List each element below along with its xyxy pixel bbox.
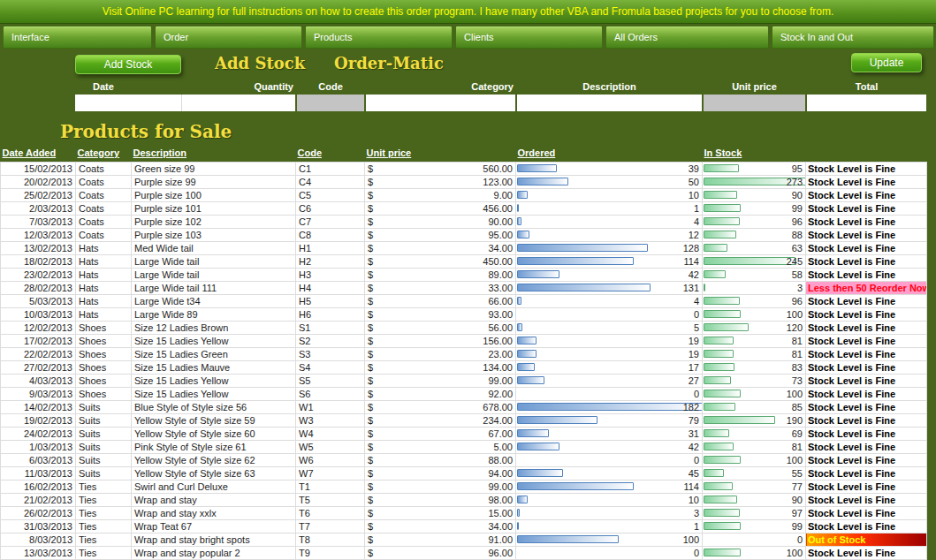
date-cell[interactable]: 27/02/2013 [1, 360, 76, 374]
status-cell[interactable]: Stock Level is Fine [806, 215, 927, 228]
unit-price-cell[interactable]: $678.00 [365, 400, 516, 413]
description-cell[interactable]: Wrap and stay xxlx [132, 506, 296, 519]
tab-stock-in-and-out[interactable]: Stock In and Out [772, 26, 934, 49]
category-cell[interactable]: Shoes [76, 387, 132, 400]
in-stock-cell[interactable]: 83 [703, 360, 806, 374]
description-cell[interactable]: Green size 99 [132, 162, 296, 175]
category-cell[interactable]: Shoes [76, 360, 132, 374]
status-cell[interactable]: Stock Level is Fine [806, 307, 927, 321]
date-cell[interactable]: 24/02/2013 [1, 427, 76, 440]
description-cell[interactable]: Purple size 99 [132, 175, 296, 188]
ordered-cell[interactable]: 19 [516, 347, 703, 360]
ordered-cell[interactable]: 0 [516, 307, 703, 321]
description-cell[interactable]: Large Wide tail [132, 254, 296, 268]
in-stock-cell[interactable]: 96 [703, 215, 806, 228]
category-cell[interactable]: Ties [76, 493, 132, 506]
code-cell[interactable]: H5 [296, 294, 365, 307]
unit-price-cell[interactable]: $34.00 [365, 241, 516, 254]
ordered-cell[interactable]: 0 [516, 546, 703, 559]
quantity-input[interactable] [181, 95, 295, 111]
ordered-cell[interactable]: 42 [516, 440, 703, 453]
description-cell[interactable]: Wrap Teat 67 [132, 519, 296, 533]
description-cell[interactable]: Purple size 101 [132, 201, 296, 215]
code-cell[interactable]: C1 [296, 162, 365, 175]
description-cell[interactable]: Size 12 Ladies Brown [132, 321, 296, 334]
in-stock-cell[interactable]: 3 [703, 281, 806, 294]
status-cell[interactable]: Stock Level is Fine [806, 162, 927, 175]
status-cell[interactable]: Stock Level is Fine [806, 321, 927, 334]
unit-price-cell[interactable]: $5.00 [365, 440, 516, 453]
ordered-cell[interactable]: 0 [516, 387, 703, 400]
unit-price-cell[interactable]: $56.00 [365, 321, 516, 334]
in-stock-cell[interactable]: 190 [703, 413, 806, 427]
ordered-cell[interactable]: 182 [516, 400, 703, 413]
in-stock-cell[interactable]: 100 [703, 546, 806, 559]
category-cell[interactable]: Coats [76, 175, 132, 188]
in-stock-cell[interactable]: 81 [703, 347, 806, 360]
code-cell[interactable]: C6 [296, 201, 365, 215]
category-cell[interactable]: Coats [76, 201, 132, 215]
ordered-cell[interactable]: 114 [516, 480, 703, 493]
description-cell[interactable]: Size 15 Ladies Yellow [132, 334, 296, 347]
category-cell[interactable]: Suits [76, 400, 132, 413]
date-cell[interactable]: 1/03/2013 [1, 440, 76, 453]
date-cell[interactable]: 22/02/2013 [1, 347, 76, 360]
code-cell[interactable]: H2 [296, 254, 365, 268]
in-stock-cell[interactable]: 100 [703, 307, 806, 321]
code-cell[interactable]: S1 [296, 321, 365, 334]
ordered-cell[interactable]: 114 [516, 254, 703, 268]
status-cell[interactable]: Stock Level is Fine [806, 440, 927, 453]
in-stock-cell[interactable]: 97 [703, 506, 806, 519]
category-cell[interactable]: Ties [76, 480, 132, 493]
in-stock-cell[interactable]: 69 [703, 427, 806, 440]
in-stock-cell[interactable]: 100 [703, 453, 806, 466]
code-cell[interactable]: W5 [296, 440, 365, 453]
ordered-cell[interactable]: 3 [516, 506, 703, 519]
description-cell[interactable]: Large Wide 89 [132, 307, 296, 321]
add-stock-button[interactable]: Add Stock [75, 55, 181, 74]
description-cell[interactable]: Med Wide tail [132, 241, 296, 254]
code-cell[interactable]: T7 [296, 519, 365, 533]
status-cell[interactable]: Stock Level is Fine [806, 400, 927, 413]
date-cell[interactable]: 7/03/2013 [1, 215, 76, 228]
category-cell[interactable]: Suits [76, 413, 132, 427]
date-cell[interactable]: 10/03/2013 [1, 307, 76, 321]
code-cell[interactable]: S6 [296, 387, 365, 400]
ordered-cell[interactable]: 42 [516, 268, 703, 281]
category-cell[interactable]: Suits [76, 427, 132, 440]
in-stock-cell[interactable]: 245 [703, 254, 806, 268]
unit-price-cell[interactable]: $99.00 [365, 374, 516, 387]
ordered-cell[interactable]: 5 [516, 321, 703, 334]
category-input[interactable] [366, 95, 515, 111]
status-cell[interactable]: Stock Level is Fine [806, 480, 927, 493]
in-stock-cell[interactable]: 81 [703, 334, 806, 347]
code-cell[interactable]: S3 [296, 347, 365, 360]
date-cell[interactable]: 6/03/2013 [1, 453, 76, 466]
category-cell[interactable]: Ties [76, 533, 132, 546]
code-cell[interactable]: H4 [296, 281, 365, 294]
description-cell[interactable]: Large Wide tail [132, 268, 296, 281]
status-cell[interactable]: Stock Level is Fine [806, 413, 927, 427]
code-cell[interactable]: W1 [296, 400, 365, 413]
date-cell[interactable]: 9/03/2013 [1, 387, 76, 400]
status-cell[interactable]: Less then 50 Reorder Now [806, 281, 927, 294]
ordered-cell[interactable]: 45 [516, 466, 703, 480]
date-cell[interactable]: 13/03/2013 [1, 546, 76, 559]
category-cell[interactable]: Shoes [76, 334, 132, 347]
code-cell[interactable]: T6 [296, 506, 365, 519]
update-button[interactable]: Update [851, 53, 922, 72]
unit-price-cell[interactable]: $450.00 [365, 254, 516, 268]
date-cell[interactable]: 20/02/2013 [1, 175, 76, 188]
date-cell[interactable]: 16/02/2013 [1, 480, 76, 493]
description-cell[interactable]: Yellow Style of Style size 60 [132, 427, 296, 440]
in-stock-cell[interactable]: 120 [703, 321, 806, 334]
unit-price-cell[interactable]: $9.00 [365, 188, 516, 201]
status-cell[interactable]: Stock Level is Fine [806, 387, 927, 400]
unit-price-cell[interactable]: $234.00 [365, 413, 516, 427]
in-stock-cell[interactable]: 81 [703, 440, 806, 453]
status-cell[interactable]: Stock Level is Fine [806, 506, 927, 519]
description-cell[interactable]: Yellow Style of Style size 59 [132, 413, 296, 427]
tab-products[interactable]: Products [305, 26, 453, 49]
tab-all-orders[interactable]: All Orders [605, 26, 769, 49]
ordered-cell[interactable]: 10 [516, 493, 703, 506]
